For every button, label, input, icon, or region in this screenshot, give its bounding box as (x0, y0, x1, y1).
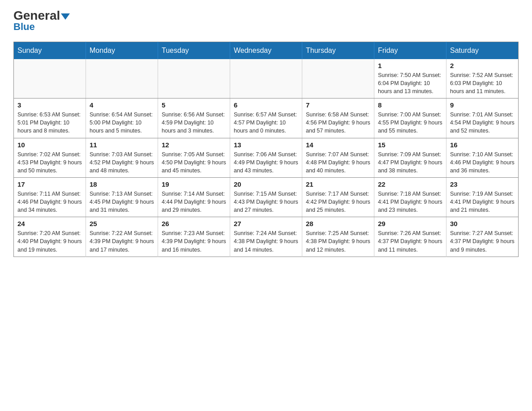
weekday-header-monday: Monday (86, 42, 158, 59)
day-number: 16 (450, 141, 515, 149)
day-number: 21 (306, 180, 370, 188)
day-info: Sunrise: 7:13 AM Sunset: 4:45 PM Dayligh… (90, 190, 154, 214)
day-info: Sunrise: 7:23 AM Sunset: 4:39 PM Dayligh… (162, 229, 226, 253)
calendar-cell (302, 59, 374, 98)
calendar-cell: 7Sunrise: 6:58 AM Sunset: 4:56 PM Daylig… (302, 98, 374, 138)
page-header: General Blue (13, 9, 519, 33)
calendar-cell: 22Sunrise: 7:18 AM Sunset: 4:41 PM Dayli… (374, 177, 446, 217)
calendar-cell: 11Sunrise: 7:03 AM Sunset: 4:52 PM Dayli… (86, 138, 158, 177)
day-info: Sunrise: 7:06 AM Sunset: 4:49 PM Dayligh… (234, 150, 298, 175)
logo-blue-text: Blue (13, 21, 35, 33)
day-number: 14 (306, 141, 370, 149)
day-number: 11 (90, 141, 154, 149)
day-info: Sunrise: 7:15 AM Sunset: 4:43 PM Dayligh… (234, 190, 298, 214)
day-number: 18 (90, 180, 154, 188)
day-info: Sunrise: 6:56 AM Sunset: 4:59 PM Dayligh… (162, 111, 226, 135)
day-number: 2 (450, 62, 515, 69)
day-number: 7 (306, 101, 370, 109)
day-number: 4 (90, 101, 154, 109)
calendar-cell (86, 59, 158, 98)
day-number: 19 (162, 180, 226, 188)
calendar-cell: 24Sunrise: 7:20 AM Sunset: 4:40 PM Dayli… (14, 217, 86, 257)
day-info: Sunrise: 7:50 AM Sunset: 6:04 PM Dayligh… (378, 71, 442, 95)
calendar-week-row: 3Sunrise: 6:53 AM Sunset: 5:01 PM Daylig… (14, 98, 519, 138)
day-info: Sunrise: 6:53 AM Sunset: 5:01 PM Dayligh… (17, 111, 82, 135)
day-info: Sunrise: 7:01 AM Sunset: 4:54 PM Dayligh… (450, 111, 515, 135)
calendar-cell: 18Sunrise: 7:13 AM Sunset: 4:45 PM Dayli… (86, 177, 158, 217)
calendar-cell: 12Sunrise: 7:05 AM Sunset: 4:50 PM Dayli… (158, 138, 230, 177)
calendar-cell (158, 59, 230, 98)
day-info: Sunrise: 7:27 AM Sunset: 4:37 PM Dayligh… (450, 229, 515, 253)
day-info: Sunrise: 7:07 AM Sunset: 4:48 PM Dayligh… (306, 150, 370, 175)
day-number: 10 (17, 141, 82, 149)
day-info: Sunrise: 7:19 AM Sunset: 4:41 PM Dayligh… (450, 190, 515, 214)
day-info: Sunrise: 7:02 AM Sunset: 4:53 PM Dayligh… (17, 150, 82, 175)
day-info: Sunrise: 7:14 AM Sunset: 4:44 PM Dayligh… (162, 190, 226, 214)
calendar-body: 1Sunrise: 7:50 AM Sunset: 6:04 PM Daylig… (14, 59, 519, 257)
calendar-week-row: 1Sunrise: 7:50 AM Sunset: 6:04 PM Daylig… (14, 59, 519, 98)
day-info: Sunrise: 7:26 AM Sunset: 4:37 PM Dayligh… (378, 229, 442, 253)
weekday-header-saturday: Saturday (446, 42, 519, 59)
day-info: Sunrise: 7:09 AM Sunset: 4:47 PM Dayligh… (378, 150, 442, 175)
weekday-header-row: SundayMondayTuesdayWednesdayThursdayFrid… (14, 42, 519, 59)
calendar-cell: 17Sunrise: 7:11 AM Sunset: 4:46 PM Dayli… (14, 177, 86, 217)
day-info: Sunrise: 6:54 AM Sunset: 5:00 PM Dayligh… (90, 111, 154, 135)
calendar-cell: 5Sunrise: 6:56 AM Sunset: 4:59 PM Daylig… (158, 98, 230, 138)
day-info: Sunrise: 7:10 AM Sunset: 4:46 PM Dayligh… (450, 150, 515, 175)
calendar-cell: 4Sunrise: 6:54 AM Sunset: 5:00 PM Daylig… (86, 98, 158, 138)
day-number: 6 (234, 101, 298, 109)
calendar-week-row: 24Sunrise: 7:20 AM Sunset: 4:40 PM Dayli… (14, 217, 519, 257)
calendar-cell: 29Sunrise: 7:26 AM Sunset: 4:37 PM Dayli… (374, 217, 446, 257)
calendar-cell: 13Sunrise: 7:06 AM Sunset: 4:49 PM Dayli… (230, 138, 302, 177)
calendar-cell (230, 59, 302, 98)
day-info: Sunrise: 7:52 AM Sunset: 6:03 PM Dayligh… (450, 71, 515, 95)
day-info: Sunrise: 6:57 AM Sunset: 4:57 PM Dayligh… (234, 111, 298, 135)
calendar-cell: 27Sunrise: 7:24 AM Sunset: 4:38 PM Dayli… (230, 217, 302, 257)
calendar-cell: 21Sunrise: 7:17 AM Sunset: 4:42 PM Dayli… (302, 177, 374, 217)
day-info: Sunrise: 7:24 AM Sunset: 4:38 PM Dayligh… (234, 229, 298, 253)
calendar-cell: 14Sunrise: 7:07 AM Sunset: 4:48 PM Dayli… (302, 138, 374, 177)
day-number: 22 (378, 180, 442, 188)
calendar-cell: 1Sunrise: 7:50 AM Sunset: 6:04 PM Daylig… (374, 59, 446, 98)
calendar-cell: 2Sunrise: 7:52 AM Sunset: 6:03 PM Daylig… (446, 59, 519, 98)
calendar-cell: 19Sunrise: 7:14 AM Sunset: 4:44 PM Dayli… (158, 177, 230, 217)
day-number: 9 (450, 101, 515, 109)
day-number: 29 (378, 220, 442, 227)
calendar-cell: 6Sunrise: 6:57 AM Sunset: 4:57 PM Daylig… (230, 98, 302, 138)
weekday-header-wednesday: Wednesday (230, 42, 302, 59)
calendar-cell: 20Sunrise: 7:15 AM Sunset: 4:43 PM Dayli… (230, 177, 302, 217)
day-number: 28 (306, 220, 370, 227)
day-number: 15 (378, 141, 442, 149)
day-number: 8 (378, 101, 442, 109)
calendar-cell: 3Sunrise: 6:53 AM Sunset: 5:01 PM Daylig… (14, 98, 86, 138)
calendar-table: SundayMondayTuesdayWednesdayThursdayFrid… (13, 42, 519, 257)
weekday-header-tuesday: Tuesday (158, 42, 230, 59)
calendar-cell: 23Sunrise: 7:19 AM Sunset: 4:41 PM Dayli… (446, 177, 519, 217)
day-number: 3 (17, 101, 82, 109)
day-info: Sunrise: 7:18 AM Sunset: 4:41 PM Dayligh… (378, 190, 442, 214)
day-number: 24 (17, 220, 82, 227)
calendar-header: SundayMondayTuesdayWednesdayThursdayFrid… (14, 42, 519, 59)
day-info: Sunrise: 7:05 AM Sunset: 4:50 PM Dayligh… (162, 150, 226, 175)
calendar-cell: 8Sunrise: 7:00 AM Sunset: 4:55 PM Daylig… (374, 98, 446, 138)
logo: General Blue (13, 9, 70, 33)
calendar-cell: 25Sunrise: 7:22 AM Sunset: 4:39 PM Dayli… (86, 217, 158, 257)
calendar-cell: 26Sunrise: 7:23 AM Sunset: 4:39 PM Dayli… (158, 217, 230, 257)
day-info: Sunrise: 7:25 AM Sunset: 4:38 PM Dayligh… (306, 229, 370, 253)
weekday-header-thursday: Thursday (302, 42, 374, 59)
weekday-header-sunday: Sunday (14, 42, 86, 59)
day-number: 5 (162, 101, 226, 109)
day-info: Sunrise: 7:17 AM Sunset: 4:42 PM Dayligh… (306, 190, 370, 214)
day-number: 27 (234, 220, 298, 227)
day-info: Sunrise: 7:11 AM Sunset: 4:46 PM Dayligh… (17, 190, 82, 214)
day-number: 30 (450, 220, 515, 227)
day-number: 25 (90, 220, 154, 227)
day-number: 26 (162, 220, 226, 227)
calendar-cell: 16Sunrise: 7:10 AM Sunset: 4:46 PM Dayli… (446, 138, 519, 177)
calendar-cell: 15Sunrise: 7:09 AM Sunset: 4:47 PM Dayli… (374, 138, 446, 177)
day-info: Sunrise: 7:22 AM Sunset: 4:39 PM Dayligh… (90, 229, 154, 253)
day-number: 20 (234, 180, 298, 188)
calendar-cell: 28Sunrise: 7:25 AM Sunset: 4:38 PM Dayli… (302, 217, 374, 257)
weekday-header-friday: Friday (374, 42, 446, 59)
day-info: Sunrise: 6:58 AM Sunset: 4:56 PM Dayligh… (306, 111, 370, 135)
